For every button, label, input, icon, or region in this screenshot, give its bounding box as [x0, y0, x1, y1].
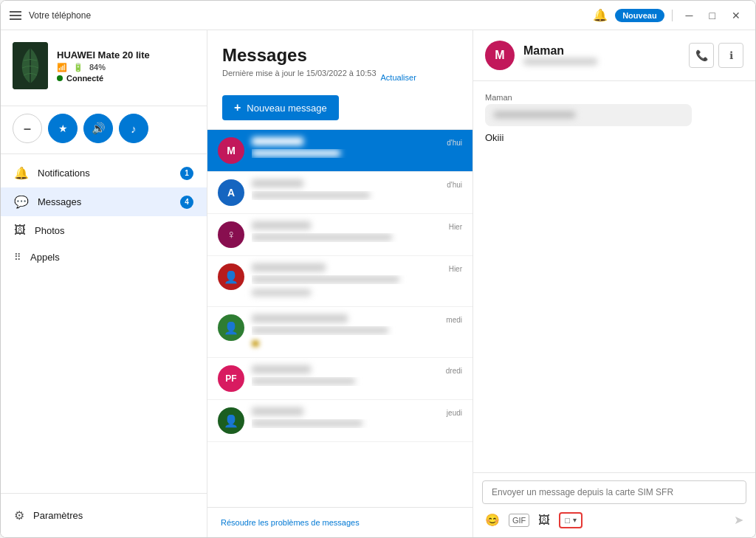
chat-messages: Maman Okiii: [473, 81, 755, 472]
sidebar-item-messages[interactable]: 💬 Messages 4: [1, 187, 207, 216]
send-button[interactable]: ➤: [731, 510, 746, 530]
connected-dot: [57, 75, 63, 81]
info-button[interactable]: ℹ: [718, 43, 743, 68]
avatar: 👤: [218, 314, 244, 341]
nouveau-button[interactable]: Nouveau: [615, 9, 664, 22]
avatar: M: [218, 137, 244, 164]
battery-icon: 🔋: [73, 63, 83, 72]
avatar: 👤: [218, 263, 244, 290]
conv-name: [252, 179, 303, 190]
photos-icon: 🖼: [14, 224, 26, 237]
sidebar-item-settings-label: Paramètres: [33, 510, 193, 521]
conv-top-row: d'hui: [252, 179, 462, 190]
mute-button[interactable]: –: [13, 114, 42, 143]
maximize-button[interactable]: □: [704, 7, 721, 24]
app-title: Votre téléphone: [29, 10, 91, 21]
conv-body: medi: [252, 314, 462, 350]
sim-label: □: [565, 516, 570, 525]
chat-panel: M Maman 📞 ℹ Maman: [473, 30, 755, 537]
sidebar-item-settings[interactable]: ⚙ Paramètres: [1, 501, 207, 530]
bluetooth-button[interactable]: ★: [48, 114, 78, 143]
messages-subtitle: Dernière mise à jour le 15/03/2022 à 10:…: [222, 69, 377, 77]
conv-preview: [252, 233, 462, 242]
conv-preview: [252, 275, 462, 284]
message-group: Okiii: [485, 132, 743, 143]
sidebar-bottom: ⚙ Paramètres: [1, 493, 207, 537]
messages-panel: Messages Dernière mise à jour le 15/03/2…: [207, 30, 473, 537]
nav-items: 🔔 Notifications 1 💬 Messages 4 🖼 Photos …: [1, 154, 207, 493]
conv-time: Hier: [449, 265, 462, 273]
conv-top-row: Hier: [252, 221, 462, 232]
actualiser-link[interactable]: Actualiser: [381, 73, 416, 82]
volume-button[interactable]: 🔊: [83, 114, 113, 143]
conversation-item[interactable]: 👤 Hier: [207, 256, 472, 307]
sidebar-item-appels-label: Appels: [30, 252, 193, 263]
chevron-down-icon: ▾: [573, 516, 577, 524]
conv-preview: [252, 149, 462, 158]
hamburger-menu[interactable]: [10, 11, 21, 20]
emoji-button[interactable]: 😊: [482, 510, 503, 530]
appels-icon: ⠿: [14, 252, 21, 263]
title-bar-right: 🔔 Nouveau ─ □ ✕: [590, 5, 746, 25]
sidebar: HUAWEI Mate 20 lite 📶 🔋 84% Connecté: [1, 30, 207, 537]
conv-time: medi: [446, 316, 462, 324]
music-button[interactable]: ♪: [119, 114, 148, 143]
conv-top-row: dredi: [252, 365, 462, 376]
sim-selector[interactable]: □ ▾: [559, 512, 583, 528]
new-message-label: Nouveau message: [247, 103, 326, 114]
conv-top-row: medi: [252, 314, 462, 325]
chat-toolbar: 😊 GIF 🖼 □ ▾ ➤: [482, 510, 746, 530]
main-content: HUAWEI Mate 20 lite 📶 🔋 84% Connecté: [1, 30, 755, 537]
conv-body: d'hui: [252, 179, 462, 200]
connected-row: Connecté: [57, 74, 195, 83]
conv-body: jeudi: [252, 407, 462, 428]
sidebar-item-appels[interactable]: ⠿ Appels: [1, 244, 207, 270]
conv-top-row: Hier: [252, 263, 462, 274]
conv-top-row: jeudi: [252, 407, 462, 418]
avatar: A: [218, 179, 244, 206]
conv-body: dredi: [252, 365, 462, 386]
conversation-item[interactable]: M d'hui: [207, 130, 472, 172]
conversation-item[interactable]: 👤 medi: [207, 307, 472, 358]
avatar: PF: [218, 365, 244, 392]
conv-time: dredi: [446, 367, 462, 375]
close-button[interactable]: ✕: [726, 7, 746, 24]
image-button[interactable]: 🖼: [535, 511, 553, 530]
conv-name: [252, 365, 311, 376]
notifications-badge: 1: [180, 167, 193, 180]
problems-link[interactable]: Résoudre les problèmes de messages: [207, 507, 472, 537]
chat-contact-name: Maman: [523, 44, 680, 58]
sidebar-item-notifications[interactable]: 🔔 Notifications 1: [1, 159, 207, 187]
sidebar-item-photos[interactable]: 🖼 Photos: [1, 216, 207, 244]
sidebar-item-notifications-label: Notifications: [38, 168, 171, 179]
battery-percent: 84%: [89, 63, 106, 72]
conv-name: [252, 314, 348, 325]
conv-body: Hier: [252, 263, 462, 299]
conv-time: d'hui: [447, 181, 462, 189]
conv-time: Hier: [449, 223, 462, 231]
bell-icon-btn[interactable]: 🔔: [590, 5, 611, 25]
conversation-item[interactable]: PF dredi: [207, 358, 472, 400]
settings-icon: ⚙: [14, 508, 24, 523]
sender-name: Maman: [485, 93, 743, 102]
messages-icon: 💬: [14, 195, 29, 209]
gif-button[interactable]: GIF: [509, 514, 529, 527]
chat-input[interactable]: [482, 480, 746, 504]
conversation-item[interactable]: ♀ Hier: [207, 214, 472, 256]
device-thumbnail: [13, 42, 48, 89]
minimize-button[interactable]: ─: [680, 7, 699, 24]
new-message-button[interactable]: + Nouveau message: [222, 95, 339, 120]
conv-preview: [252, 419, 462, 428]
conversation-item[interactable]: A d'hui: [207, 172, 472, 214]
device-details: HUAWEI Mate 20 lite 📶 🔋 84% Connecté: [57, 49, 195, 83]
call-button[interactable]: 📞: [689, 43, 714, 68]
conv-time: d'hui: [447, 139, 462, 147]
message-text: Okiii: [485, 132, 743, 143]
device-card: HUAWEI Mate 20 lite 📶 🔋 84% Connecté: [1, 30, 207, 106]
chat-contact-info: Maman: [523, 44, 680, 66]
messages-badge: 4: [180, 196, 193, 209]
message-bubble: [485, 104, 692, 126]
connected-label: Connecté: [66, 74, 103, 83]
avatar: ♀: [218, 221, 244, 248]
conversation-item[interactable]: 👤 jeudi: [207, 400, 472, 442]
